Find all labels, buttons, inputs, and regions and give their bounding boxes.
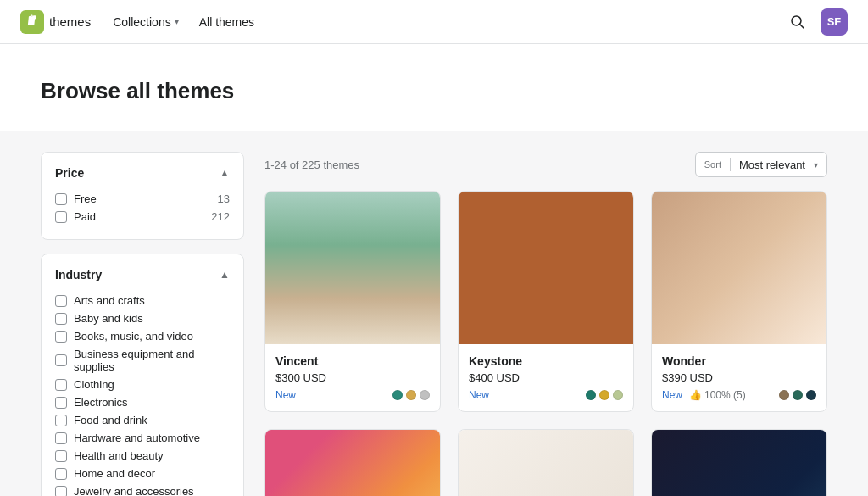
filter-item-industry-8: Health and beauty [55, 447, 230, 465]
sort-dropdown[interactable]: Sort Most relevant ▾ [695, 152, 827, 177]
sort-divider [730, 158, 731, 171]
industry-checkbox-10[interactable] [55, 486, 67, 497]
sort-value: Most relevant [739, 159, 805, 171]
content-area: 1-24 of 225 themes Sort Most relevant ▾ … [264, 152, 827, 496]
industry-checkbox-1[interactable] [55, 313, 67, 325]
filter-item-industry-4: Clothing [55, 376, 230, 393]
theme-badge: New [662, 389, 682, 401]
nav-links: Collections ▾ All themes [104, 10, 771, 34]
industry-label-9: Home and decor [74, 467, 155, 480]
industry-checkbox-9[interactable] [55, 468, 67, 480]
industry-checkbox-0[interactable] [55, 295, 67, 307]
industry-checkbox-8[interactable] [55, 450, 67, 462]
nav-right: SF [785, 8, 848, 36]
free-checkbox[interactable] [55, 193, 67, 205]
theme-card-0[interactable]: Vincent $300 USD New [264, 191, 441, 412]
filter-item-industry-10: Jewelry and accessories [55, 482, 230, 496]
filter-item-paid: Paid 212 [55, 208, 230, 226]
avatar-initials: SF [827, 15, 842, 28]
filter-item-industry-5: Electronics [55, 393, 230, 411]
industry-filter-items: Arts and crafts Baby and kids Books, mus… [55, 292, 230, 496]
theme-info: Keystone $400 USD New [459, 344, 633, 411]
filter-item-industry-6: Food and drink [55, 411, 230, 429]
theme-meta: New [469, 389, 623, 401]
theme-colors [779, 390, 816, 400]
industry-label-6: Food and drink [74, 414, 147, 426]
industry-chevron-icon: ▲ [220, 269, 230, 281]
theme-card-2[interactable]: Wonder $390 USD New 👍 100% (5) [651, 191, 827, 412]
shopify-logo-icon [20, 10, 44, 34]
color-swatch [793, 390, 803, 400]
main-content: Price ▲ Free 13 Paid 212 [0, 131, 868, 496]
color-swatch [599, 390, 609, 400]
theme-colors [586, 390, 623, 400]
industry-label-7: Hardware and automotive [74, 432, 200, 444]
theme-price: $390 USD [662, 371, 816, 384]
sort-chevron-icon: ▾ [814, 160, 818, 170]
theme-card-3[interactable] [264, 429, 441, 496]
color-swatch [420, 390, 430, 400]
theme-info: Wonder $390 USD New 👍 100% (5) [652, 344, 826, 411]
all-themes-link[interactable]: All themes [191, 10, 263, 34]
industry-label-10: Jewelry and accessories [74, 485, 194, 496]
theme-badge: New [275, 389, 296, 401]
theme-image [459, 430, 633, 496]
page-title: Browse all themes [41, 78, 827, 104]
color-swatch [779, 390, 789, 400]
theme-image [265, 430, 440, 496]
industry-checkbox-2[interactable] [55, 331, 67, 343]
theme-price: $300 USD [275, 371, 430, 384]
industry-checkbox-4[interactable] [55, 379, 67, 391]
price-chevron-icon: ▲ [220, 167, 230, 179]
thumbs-up-icon: 👍 [689, 389, 702, 401]
theme-meta: New [275, 389, 430, 401]
collections-label: Collections [113, 15, 170, 29]
theme-card-5[interactable] [651, 429, 827, 496]
industry-filter-header[interactable]: Industry ▲ [55, 268, 230, 281]
filter-item-industry-9: Home and decor [55, 465, 230, 482]
filter-item-industry-3: Business equipment and supplies [55, 345, 230, 376]
industry-label-2: Books, music, and video [74, 330, 193, 343]
collections-link[interactable]: Collections ▾ [104, 10, 186, 34]
industry-checkbox-6[interactable] [55, 415, 67, 426]
theme-name: Vincent [275, 354, 430, 368]
theme-meta: New 👍 100% (5) [662, 389, 816, 401]
industry-filter-section: Industry ▲ Arts and crafts Baby and kids… [41, 254, 244, 496]
theme-name: Keystone [469, 354, 623, 368]
logo-text: themes [49, 14, 91, 29]
theme-image [652, 430, 826, 496]
chevron-down-icon: ▾ [175, 17, 179, 26]
all-themes-label: All themes [199, 15, 254, 29]
themes-grid: Vincent $300 USD New Keystone $400 USD N… [264, 191, 827, 496]
industry-checkbox-7[interactable] [55, 432, 67, 444]
theme-rating: 👍 100% (5) [689, 389, 746, 401]
paid-checkbox[interactable] [55, 211, 67, 223]
avatar[interactable]: SF [821, 8, 848, 36]
theme-image [265, 192, 440, 344]
theme-badge: New [469, 389, 489, 401]
color-swatch [806, 390, 816, 400]
paid-label: Paid [74, 210, 96, 223]
theme-card-1[interactable]: Keystone $400 USD New [458, 191, 634, 412]
filter-item-industry-1: Baby and kids [55, 309, 230, 327]
industry-label-4: Clothing [74, 378, 114, 391]
sidebar: Price ▲ Free 13 Paid 212 [41, 152, 244, 496]
theme-image [652, 192, 826, 344]
logo-link[interactable]: themes [20, 10, 91, 34]
industry-label-0: Arts and crafts [74, 294, 145, 307]
industry-checkbox-3[interactable] [55, 354, 67, 366]
color-swatch [406, 390, 416, 400]
free-count: 13 [218, 192, 230, 205]
price-filter-section: Price ▲ Free 13 Paid 212 [41, 152, 244, 240]
industry-label-8: Health and beauty [74, 449, 164, 462]
color-swatch [586, 390, 596, 400]
filter-item-free: Free 13 [55, 190, 230, 208]
theme-image [459, 192, 633, 344]
industry-label-1: Baby and kids [74, 312, 143, 325]
filter-item-industry-7: Hardware and automotive [55, 429, 230, 447]
industry-checkbox-5[interactable] [55, 397, 67, 409]
price-filter-header[interactable]: Price ▲ [55, 166, 230, 180]
theme-card-4[interactable] [458, 429, 634, 496]
search-button[interactable] [785, 9, 810, 35]
price-filter-title: Price [55, 166, 84, 180]
